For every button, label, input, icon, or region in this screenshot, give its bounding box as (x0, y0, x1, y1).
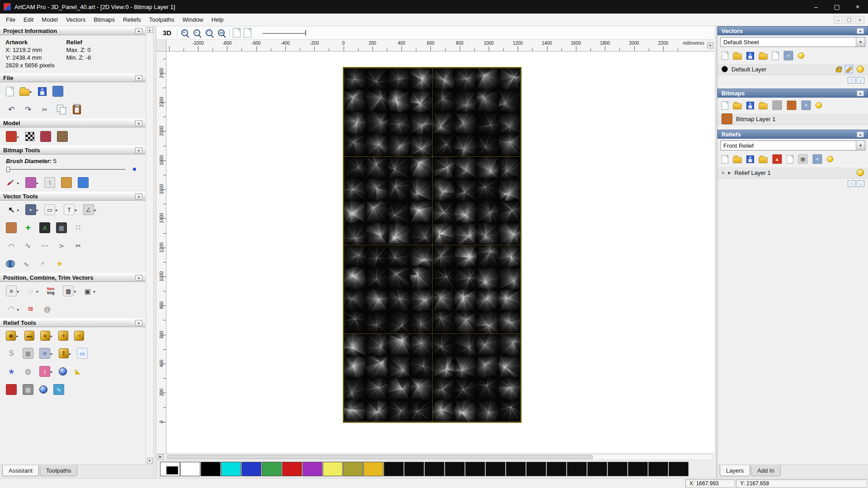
flyout-arrow-icon[interactable]: ▶ (37, 208, 39, 211)
export-vectors-icon[interactable] (772, 52, 779, 60)
fit-arc-icon[interactable]: ◜ (38, 258, 48, 269)
edit-model-icon[interactable] (52, 86, 63, 97)
transform-vectors-icon[interactable]: + (25, 204, 36, 215)
measure-icon[interactable]: ∠ (83, 204, 94, 215)
nesting-icon[interactable]: Nesting (44, 286, 57, 296)
colour-swatch-21[interactable] (608, 462, 627, 476)
section-collapse-icon[interactable]: ▲ (135, 75, 142, 81)
section-header-position-combine-trim-vectors[interactable]: Position, Combine, Trim Vectors▲ (0, 273, 146, 282)
mesh-relief-icon[interactable]: ▦ (23, 384, 33, 395)
colour-swatch-20[interactable] (587, 462, 607, 476)
colour-swatch-4[interactable] (262, 462, 282, 476)
trim-vectors-icon[interactable]: ✂ (73, 240, 84, 251)
colour-swatch-18[interactable] (547, 462, 566, 476)
dropdown-arrow-icon[interactable]: ▼ (856, 141, 865, 150)
tab-add-in[interactable]: Add In (751, 465, 781, 476)
vector-wizard-icon[interactable]: ★ (54, 258, 65, 269)
ruler-units-dropdown-icon[interactable]: ▼ (708, 42, 713, 48)
colour-picker-icon[interactable]: \ (44, 177, 55, 188)
panel-collapse-icon[interactable]: ▲ (857, 131, 864, 137)
show-relief-layers-icon[interactable] (827, 156, 833, 162)
colour-swatch-14[interactable] (465, 462, 485, 476)
colour-swatch-17[interactable] (526, 462, 546, 476)
edit-layer-pencil-icon[interactable] (845, 66, 853, 73)
colour-swatch-10[interactable] (384, 462, 404, 476)
import-bitmap-icon[interactable] (759, 103, 767, 109)
smooth-relief-icon[interactable]: ▬ (24, 331, 34, 341)
paint-relief-icon[interactable]: / (39, 366, 50, 377)
toggle-bitmap-view-icon[interactable] (233, 28, 241, 38)
redo-icon[interactable]: ↷ (23, 104, 33, 115)
delete-bitmap-layer-icon[interactable]: × (801, 100, 811, 110)
mdi-close-button[interactable]: × (855, 16, 864, 24)
open-bitmap-icon[interactable] (733, 103, 741, 109)
primary-secondary-colours[interactable] (160, 462, 180, 476)
import-relief-icon[interactable] (759, 157, 767, 163)
colour-swatch-6[interactable] (302, 462, 322, 476)
toggle-relief-view-icon[interactable] (244, 28, 251, 38)
tab-assistant[interactable]: Assistant (2, 465, 39, 476)
flood-fill-icon[interactable] (78, 177, 89, 188)
vector-layer-visibility-icon[interactable] (857, 66, 864, 73)
section-collapse-icon[interactable]: ▲ (135, 320, 142, 326)
zoom-out-icon[interactable]: − (193, 28, 202, 38)
colour-swatch-5[interactable] (282, 462, 302, 476)
menu-model[interactable]: Model (38, 14, 61, 26)
calculate-relief-icon[interactable]: ▲ (772, 154, 782, 164)
section-header-bitmap-tools[interactable]: Bitmap Tools▲ (0, 145, 146, 155)
add-relief-icon[interactable]: + (58, 331, 68, 341)
scroll-down-icon[interactable]: ▼ (147, 458, 153, 464)
bitmap-fade-slider[interactable] (263, 30, 306, 36)
zoom-in-icon[interactable]: + (180, 28, 189, 38)
section-collapse-icon[interactable]: ▲ (135, 193, 142, 199)
save-vectors-icon[interactable] (746, 52, 754, 60)
new-bitmap-layer-icon[interactable] (722, 101, 728, 109)
new-vector-sheet-icon[interactable] (722, 52, 728, 60)
wrap-relief-icon[interactable]: ◍ (23, 366, 33, 377)
move-layer-down-button[interactable]: ↓ (857, 180, 864, 187)
flyout-arrow-icon[interactable]: ▶ (75, 208, 77, 211)
paste-icon[interactable] (73, 105, 81, 114)
cut-icon[interactable]: ✂ (39, 104, 50, 115)
tab-layers[interactable]: Layers (720, 465, 750, 476)
flyout-arrow-icon[interactable]: ▶ (69, 352, 71, 355)
colour-swatch-11[interactable] (404, 462, 424, 476)
move-layer-down-button[interactable]: ↓ (857, 77, 864, 84)
relief-envelope-icon[interactable]: ▭ (77, 348, 88, 359)
create-bezier-icon[interactable]: ◠ (6, 240, 17, 251)
slider-handle[interactable] (6, 167, 10, 172)
colour-swatch-19[interactable] (567, 462, 587, 476)
show-all-vector-layers-icon[interactable] (798, 52, 804, 59)
menu-bitmaps[interactable]: Bitmaps (90, 14, 119, 26)
point-cloud-icon[interactable]: ∷ (73, 222, 84, 233)
smooth-filter-icon[interactable]: S (6, 348, 17, 359)
flyout-arrow-icon[interactable]: ▶ (94, 290, 96, 293)
create-polyline-icon[interactable]: ≻ (56, 240, 67, 251)
menu-file[interactable]: File (2, 14, 19, 26)
maximize-button[interactable]: ▢ (826, 0, 847, 14)
flyout-arrow-icon[interactable]: ▶ (56, 208, 58, 211)
circular-copy-icon[interactable]: ◌ (25, 286, 36, 296)
create-rectangle-icon[interactable]: ▭ (44, 204, 55, 215)
artwork-canvas[interactable] (343, 67, 521, 422)
subtract-relief-icon[interactable]: − (74, 331, 84, 341)
mdi-restore-button[interactable]: ▢ (844, 16, 854, 24)
flyout-arrow-icon[interactable]: ▶ (17, 208, 19, 211)
mirror-vectors-icon[interactable]: ◠ (6, 304, 17, 314)
menu-window[interactable]: Window (179, 14, 208, 26)
bitmap-layer-painter-icon[interactable] (722, 113, 732, 124)
paste-text-icon[interactable]: A (39, 222, 50, 233)
node-edit-icon[interactable]: ⋯ (39, 240, 50, 251)
relief-dropdown[interactable]: Front Relief▼ (720, 141, 865, 150)
flyout-arrow-icon[interactable]: ▶ (16, 334, 19, 338)
section-collapse-icon[interactable]: ▲ (135, 120, 142, 126)
edit-layer-selected[interactable] (845, 65, 853, 73)
switch-3d-view-button[interactable]: 3D (160, 28, 174, 37)
expand-relief-layer-icon[interactable]: ▶ (728, 171, 731, 175)
panel-collapse-icon[interactable]: ▲ (857, 28, 864, 34)
undo-icon[interactable]: ↶ (6, 104, 17, 115)
flyout-arrow-icon[interactable]: ▶ (30, 90, 32, 93)
flyout-arrow-icon[interactable]: ▶ (17, 181, 19, 184)
flyout-arrow-icon[interactable]: ▶ (17, 308, 19, 311)
relief-layer-visibility-icon[interactable] (857, 169, 864, 176)
